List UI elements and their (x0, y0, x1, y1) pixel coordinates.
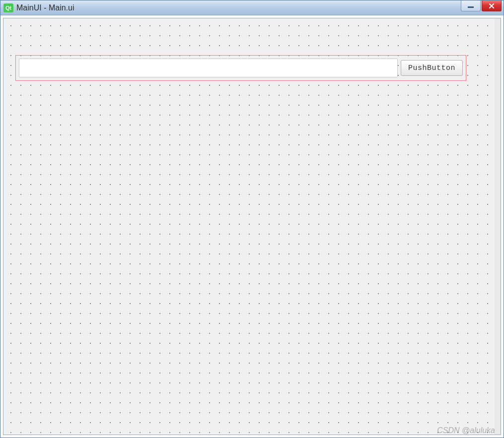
qt-icon: Qt (3, 3, 13, 12)
close-button[interactable] (482, 0, 502, 11)
minimize-icon (468, 6, 474, 8)
window-controls (461, 0, 502, 11)
vertical-scrollbar[interactable] (495, 18, 501, 435)
close-icon (488, 2, 495, 9)
line-edit[interactable] (19, 59, 398, 77)
minimize-button[interactable] (461, 0, 481, 11)
window-title: MainUI - Main.ui (16, 3, 74, 12)
push-button[interactable]: PushButton (401, 60, 463, 76)
designer-window: Qt MainUI - Main.ui PushButton (0, 0, 504, 438)
titlebar[interactable]: Qt MainUI - Main.ui (0, 0, 504, 15)
form-canvas[interactable]: PushButton (3, 18, 501, 435)
horizontal-layout[interactable]: PushButton (15, 55, 466, 81)
